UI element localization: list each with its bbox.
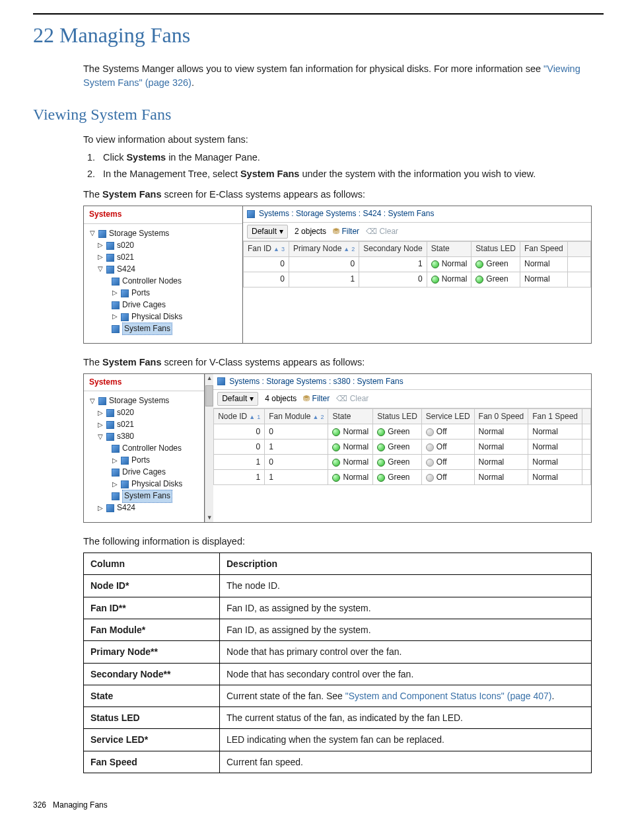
tree-ports[interactable]: ▷Ports: [89, 455, 201, 467]
tree-controller-nodes[interactable]: Controller Nodes: [89, 276, 240, 287]
step1-pre: Click: [103, 152, 126, 163]
col-fan-speed[interactable]: Fan Speed: [520, 242, 568, 257]
filter-label: Filter: [341, 227, 359, 236]
expand-icon[interactable]: ▽: [89, 397, 96, 406]
clear-icon: ⌫: [336, 394, 347, 403]
tree-drive-cages[interactable]: Drive Cages: [89, 467, 201, 478]
table-row[interactable]: 1 1 Normal Green Off Normal Normal: [214, 470, 591, 485]
col-status-led[interactable]: Status LED: [472, 242, 520, 257]
expand-icon[interactable]: ▷: [97, 241, 104, 250]
cell-service-text: Off: [437, 457, 447, 467]
scroll-down-icon[interactable]: ▼: [207, 514, 213, 522]
expand-icon[interactable]: ▷: [97, 420, 104, 430]
expand-icon[interactable]: ▽: [97, 432, 104, 442]
filter-button[interactable]: ⛃ Filter: [333, 226, 359, 237]
scroll-up-icon[interactable]: ▲: [207, 374, 213, 383]
view-select[interactable]: Default ▾: [217, 392, 258, 406]
sort-num: 2: [320, 414, 324, 420]
step-2: In the Management Tree, select System Fa…: [98, 167, 604, 181]
tree-storage-systems[interactable]: ▽Storage Systems: [89, 228, 240, 240]
cell-node: 0: [214, 424, 265, 439]
expand-icon[interactable]: ▷: [97, 504, 104, 514]
cell-service: Off: [421, 455, 474, 470]
tree-s424[interactable]: ▷S424: [89, 502, 201, 514]
expand-icon[interactable]: ▷: [112, 480, 118, 490]
cell-service: Off: [421, 470, 474, 485]
tree-s380[interactable]: ▽s380: [89, 431, 201, 443]
caption1-pre: The: [83, 189, 102, 200]
table-row[interactable]: 0 1 Normal Green Off Normal Normal: [214, 439, 591, 455]
filter-button[interactable]: ⛃ Filter: [303, 393, 330, 404]
cell-module: 0: [265, 424, 328, 439]
filter-icon: ⛃: [333, 227, 339, 236]
table-row[interactable]: 0 0 Normal Green Off Normal Normal: [214, 424, 591, 439]
info-row: Secondary Node**Node that has secondary …: [84, 663, 592, 685]
tree-system-fans[interactable]: System Fans: [89, 490, 201, 502]
cell-speed: Normal: [520, 272, 568, 287]
col-fan-module[interactable]: Fan Module▲2: [265, 409, 328, 424]
clear-label: Clear: [379, 227, 398, 236]
cell-state: Normal: [328, 439, 373, 455]
info-desc-link[interactable]: "System and Component Status Icons" (pag…: [345, 691, 552, 701]
expand-icon[interactable]: ▷: [112, 288, 118, 298]
step2-pre: In the Management Tree, select: [103, 169, 240, 179]
col-state[interactable]: State: [328, 409, 373, 424]
cell-status: Green: [373, 455, 422, 470]
tree-physical-disks[interactable]: ▷Physical Disks: [89, 311, 240, 323]
col-state[interactable]: State: [427, 242, 472, 257]
scroll-thumb[interactable]: [205, 385, 213, 406]
object-count: 4 objects: [265, 393, 297, 404]
tree-label: s021: [117, 252, 134, 263]
sort-num: 1: [257, 414, 260, 420]
cell-fan: 0: [244, 272, 289, 287]
cell-state-text: Normal: [343, 457, 368, 467]
col-service-led[interactable]: Service LED: [421, 409, 474, 424]
info-desc: Node that has primary control over the f…: [220, 641, 592, 663]
tree-s020[interactable]: ▷s020: [89, 240, 240, 252]
col-primary-node[interactable]: Primary Node▲2: [289, 242, 359, 257]
table-row[interactable]: 0 1 0 Normal Green Normal: [244, 272, 591, 287]
tree-s021[interactable]: ▷s021: [89, 419, 201, 431]
info-desc-pre: Current state of the fan. See: [227, 691, 345, 701]
col-fan-id[interactable]: Fan ID▲3: [244, 242, 289, 257]
filter-label: Filter: [312, 394, 330, 403]
info-col: Node ID*: [90, 580, 129, 591]
table-row[interactable]: 0 0 1 Normal Green Normal: [244, 257, 591, 272]
clear-button[interactable]: ⌫ Clear: [336, 393, 368, 404]
cell-service-text: Off: [437, 473, 447, 482]
col-fan1-speed[interactable]: Fan 1 Speed: [528, 409, 582, 424]
col-node-id[interactable]: Node ID▲1: [214, 409, 265, 424]
tree-drive-cages[interactable]: Drive Cages: [89, 299, 240, 311]
expand-icon[interactable]: ▷: [97, 252, 104, 262]
info-row: Fan ID**Fan ID, as assigned by the syste…: [84, 597, 592, 619]
view-select[interactable]: Default ▾: [247, 225, 288, 239]
status-dot-icon: [426, 459, 434, 467]
folder-icon: [98, 230, 106, 238]
info-row: Service LED*LED indicating when the syst…: [84, 729, 592, 751]
tree-physical-disks[interactable]: ▷Physical Disks: [89, 478, 201, 490]
tree-s020[interactable]: ▷s020: [89, 407, 201, 419]
cell-status: Green: [472, 257, 520, 272]
tree-ports[interactable]: ▷Ports: [89, 287, 240, 299]
system-icon: [106, 433, 114, 441]
tree-system-fans[interactable]: System Fans: [89, 323, 240, 335]
expand-icon[interactable]: ▷: [97, 408, 104, 418]
expand-icon[interactable]: ▽: [89, 229, 96, 239]
col-fan0-speed[interactable]: Fan 0 Speed: [474, 409, 528, 424]
tree-s021[interactable]: ▷s021: [89, 252, 240, 264]
status-dot-icon: [377, 443, 385, 451]
tree-s424[interactable]: ▽S424: [89, 264, 240, 276]
tree-scrollbar[interactable]: ▲ ▼: [205, 374, 213, 522]
cell-status: Green: [373, 470, 422, 485]
tree-controller-nodes[interactable]: Controller Nodes: [89, 443, 201, 455]
expand-icon[interactable]: ▷: [112, 456, 118, 466]
table-row[interactable]: 1 0 Normal Green Off Normal Normal: [214, 455, 591, 470]
col-secondary-node[interactable]: Secondary Node: [359, 242, 427, 257]
cell-node: 1: [214, 455, 265, 470]
expand-icon[interactable]: ▷: [112, 312, 118, 322]
fan-icon: [112, 492, 120, 500]
clear-button[interactable]: ⌫ Clear: [366, 226, 398, 237]
col-status-led[interactable]: Status LED: [373, 409, 422, 424]
expand-icon[interactable]: ▽: [97, 264, 104, 274]
tree-storage-systems[interactable]: ▽Storage Systems: [89, 395, 201, 407]
